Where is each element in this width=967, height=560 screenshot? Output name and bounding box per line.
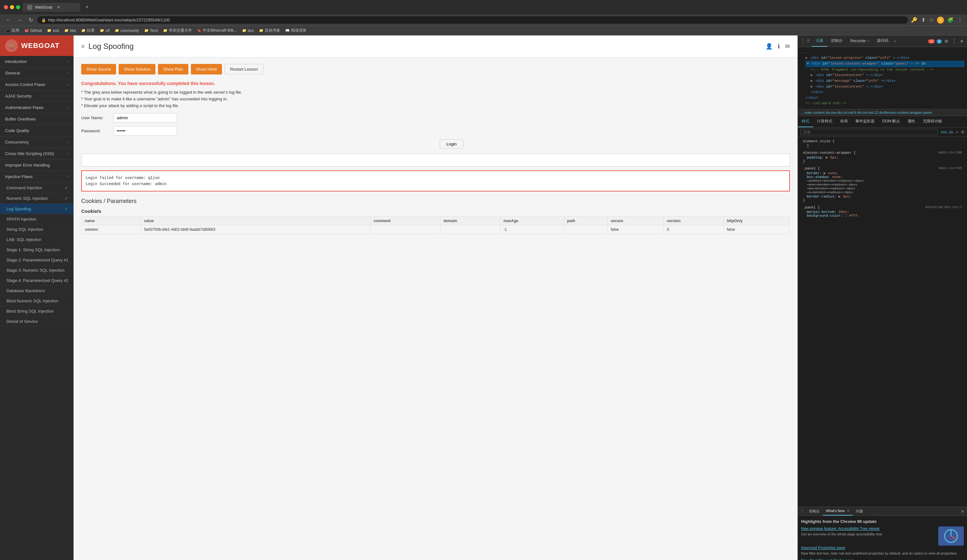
- bottom-tab-issues[interactable]: 问题: [853, 507, 866, 516]
- more-options-icon[interactable]: ⋮: [957, 16, 963, 24]
- bookmark-minecraft[interactable]: 🔖 中文Minecraft Wik...: [195, 27, 239, 34]
- sidebar-subitem-db-backdoors[interactable]: Database Backdoors: [0, 286, 74, 296]
- sidebar-item-error-handling[interactable]: Improper Error Handling: [0, 160, 74, 171]
- sidebar-subitem-string-sql[interactable]: String SQL Injection: [0, 224, 74, 235]
- sidebar-subitem-blind-numeric[interactable]: Blind Numeric SQL Injection: [0, 296, 74, 306]
- show-solution-button[interactable]: Show Solution: [119, 64, 155, 74]
- bookmark-others[interactable]: 📁 其他书签: [257, 27, 282, 34]
- sidebar-subitem-command-injection[interactable]: Command Injection ✓: [0, 183, 74, 193]
- tab-close-icon[interactable]: ✕: [847, 509, 850, 513]
- show-hints-button[interactable]: Show Hints: [191, 64, 222, 74]
- restart-lesson-button[interactable]: Restart Lesson: [224, 64, 263, 74]
- info-icon[interactable]: ℹ: [778, 43, 780, 50]
- bottom-tab-whats-new[interactable]: What's New ✕: [823, 507, 853, 516]
- sidebar-subitem-stage3-sql[interactable]: Stage 3: Numeric SQL Injection: [0, 265, 74, 275]
- key-icon[interactable]: 🔑: [910, 16, 918, 24]
- dom-line-4[interactable]: ▶ <div id="message" class="info" ></div>: [800, 78, 964, 84]
- bookmark-bbs[interactable]: 📁 bbs: [62, 28, 78, 34]
- bookmark-tool[interactable]: 📁 tool: [45, 28, 61, 34]
- sidebar-item-access-control[interactable]: Access Control Flaws ›: [0, 79, 74, 91]
- username-input[interactable]: [113, 113, 177, 122]
- sidebar-subitem-stage1-sql[interactable]: Stage 1: String SQL Injection: [0, 245, 74, 255]
- user-icon[interactable]: 👤: [766, 43, 772, 50]
- highlight-link-1[interactable]: New preview feature: Accessibility Tree …: [801, 526, 935, 531]
- bookmark-reading-list[interactable]: 📖 阅读清单: [283, 27, 308, 34]
- bookmark-apps[interactable]: 📱 应用: [4, 27, 21, 34]
- bookmark-doc[interactable]: 📁 doc: [240, 28, 256, 34]
- back-button[interactable]: ←: [4, 16, 13, 24]
- sidebar-item-xss[interactable]: Cross-Site Scripting (XSS) ›: [0, 148, 74, 160]
- sidebar-subitem-stage2-sql[interactable]: Stage 2: Parameterized Query #1: [0, 255, 74, 265]
- devtools-more-actions-icon[interactable]: ⋮: [951, 38, 957, 45]
- tab-layout[interactable]: 布局: [836, 116, 851, 127]
- show-plan-button[interactable]: Show Plan: [158, 64, 188, 74]
- sidebar-item-concurrency[interactable]: Concurrency ›: [0, 137, 74, 148]
- devtools-tab-sources[interactable]: 源代码: [873, 35, 892, 47]
- pseudo-classes-btn[interactable]: :hov .cls: [940, 130, 953, 134]
- sidebar-item-introduction[interactable]: Introduction ›: [0, 56, 74, 68]
- tab-accessibility[interactable]: 无障碍功能: [919, 116, 946, 127]
- sidebar-subitem-blind-string[interactable]: Blind String SQL Injection: [0, 306, 74, 316]
- tab-properties[interactable]: 属性: [904, 116, 919, 127]
- sidebar-subitem-log-spoofing[interactable]: Log Spoofing ✓: [0, 204, 74, 214]
- address-bar[interactable]: 🔒 http://localhost:8080/WebGoat/start.mv…: [38, 16, 908, 24]
- bottom-tab-console[interactable]: 控制台: [806, 507, 823, 516]
- close-bottom-panel-icon[interactable]: ✕: [960, 509, 964, 514]
- sidebar-item-auth-flaws[interactable]: Authentication Flaws ›: [0, 102, 74, 114]
- devtools-tab-more[interactable]: »: [892, 36, 898, 46]
- devtools-close-icon[interactable]: ✕: [959, 38, 964, 44]
- add-style-btn[interactable]: +: [956, 130, 959, 135]
- styles-filter-input[interactable]: [800, 129, 937, 135]
- bookmark-school[interactable]: 📁 华东交通大学: [161, 27, 194, 34]
- dom-line-2[interactable]: ▼ <div id="lesson-content-wrapper" class…: [800, 61, 964, 67]
- sidebar-item-injection-flaws[interactable]: Injection Flaws ›: [0, 171, 74, 183]
- tab-dom-breakpoints[interactable]: DOM 断点: [878, 116, 904, 127]
- sidebar-item-code-quality[interactable]: Code Quality: [0, 125, 74, 137]
- devtools-tab-elements[interactable]: 元素: [812, 35, 827, 47]
- sidebar-subitem-dos[interactable]: Denial of Service: [0, 316, 74, 327]
- dom-line-1[interactable]: ▶ <div id="lesson-progress" class="info"…: [800, 55, 964, 61]
- extension-icon[interactable]: 🧩: [947, 16, 954, 24]
- bookmark-community[interactable]: 📁 community: [113, 28, 141, 34]
- sidebar-item-general[interactable]: General ›: [0, 68, 74, 79]
- profile-icon[interactable]: 王: [937, 16, 944, 24]
- minimize-window-btn[interactable]: [10, 5, 14, 9]
- close-window-btn[interactable]: [4, 5, 8, 9]
- bookmark-star-icon[interactable]: ☆: [929, 16, 934, 24]
- bottom-panel-menu-icon[interactable]: ⋮: [800, 509, 805, 514]
- devtools-settings-icon[interactable]: ⚙: [944, 38, 949, 44]
- sidebar-subitem-numeric-sql[interactable]: Numeric SQL Injection ✓: [0, 193, 74, 204]
- tab-styles[interactable]: 样式: [798, 116, 813, 127]
- bookmark-tech[interactable]: 📁 Tech: [142, 28, 160, 34]
- sidebar-subitem-lab-sql[interactable]: LAB: SQL Injection: [0, 235, 74, 245]
- active-tab[interactable]: WebGoat ✕: [23, 3, 80, 12]
- highlight-link-3[interactable]: New Back/forward Cache pane: [801, 558, 964, 560]
- expand-styles-icon[interactable]: ⊕: [961, 130, 964, 134]
- new-tab-button[interactable]: +: [83, 3, 91, 12]
- devtools-more-icon[interactable]: ⋮: [800, 38, 805, 44]
- share-icon[interactable]: ⬆: [921, 16, 926, 24]
- tab-close-btn[interactable]: ✕: [57, 5, 61, 10]
- bookmark-ctf[interactable]: 📁 ctf: [98, 28, 112, 34]
- show-source-button[interactable]: Show Source: [81, 64, 116, 74]
- tab-event-listeners[interactable]: 事件监听器: [851, 116, 878, 127]
- reload-button[interactable]: ↻: [27, 16, 35, 24]
- maximize-window-btn[interactable]: [16, 5, 20, 9]
- highlight-link-2[interactable]: Improved Properties pane: [801, 545, 964, 550]
- sidebar-item-buffer-overflow[interactable]: Buffer Overflows: [0, 114, 74, 125]
- login-button[interactable]: Login: [440, 139, 464, 149]
- hamburger-button[interactable]: ≡: [81, 43, 85, 50]
- password-input[interactable]: [113, 126, 177, 135]
- dom-line-3[interactable]: ▶ <div id="lessonContent" >…</div>: [800, 72, 964, 78]
- forward-button[interactable]: →: [15, 16, 24, 24]
- bookmark-contest[interactable]: 📁 比赛: [79, 27, 97, 34]
- mail-icon[interactable]: ✉: [785, 43, 790, 50]
- sidebar-subitem-xpath[interactable]: XPATH Injection: [0, 214, 74, 224]
- sidebar-subitem-stage4-sql[interactable]: Stage 4: Parameterized Query #2: [0, 275, 74, 286]
- bookmark-github[interactable]: 🐙 GitHub: [22, 28, 44, 34]
- dom-line-5[interactable]: ▶ <div id="lessonContent" >…</div>: [800, 84, 964, 90]
- devtools-tab-recorder[interactable]: Recorder ↑: [847, 36, 873, 46]
- devtools-tab-console[interactable]: 控制台: [827, 35, 847, 47]
- tab-computed[interactable]: 计算样式: [813, 116, 836, 127]
- sidebar-item-ajax[interactable]: AJAX Security: [0, 91, 74, 102]
